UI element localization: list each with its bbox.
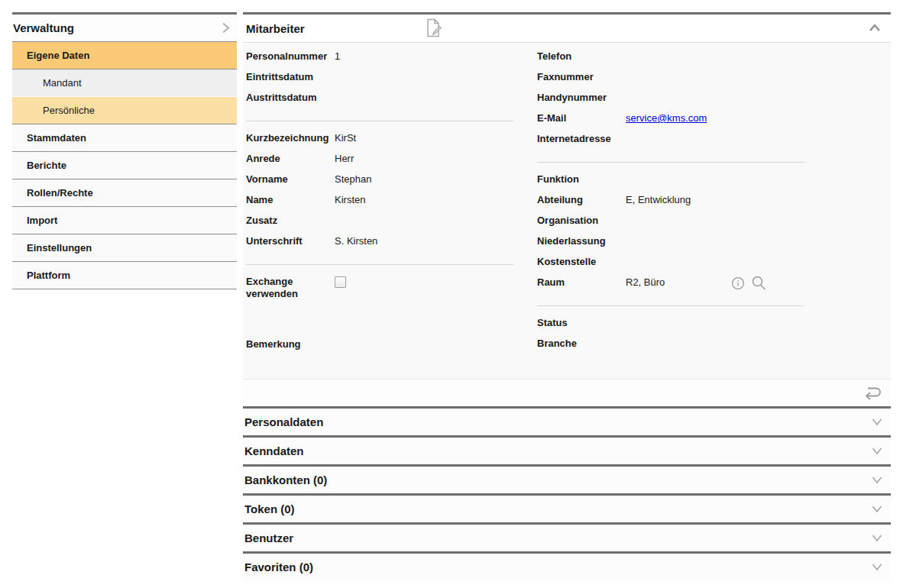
chevron-down-icon[interactable] — [871, 446, 883, 456]
field-label: Name — [246, 192, 335, 206]
form-row-abteilung: AbteilungE, Entwicklung — [537, 192, 804, 213]
field-value-faxnummer — [626, 69, 804, 71]
form-row-personalnummer: Personalnummer1 — [246, 49, 513, 69]
sidebar-item-rollen-rechte[interactable]: Rollen/Rechte — [12, 179, 237, 207]
field-label: Handynummer — [537, 90, 626, 104]
section-title: Token (0) — [244, 502, 295, 515]
field-value-branche — [626, 336, 804, 338]
field-label: E-Mail — [537, 111, 626, 124]
field-value-raum: R2, Büro — [626, 275, 804, 291]
info-icon[interactable] — [731, 276, 745, 290]
field-label: Exchange verwenden — [246, 274, 335, 300]
divider — [246, 121, 513, 121]
field-value-vorname: Stephan — [335, 172, 513, 186]
form-row-faxnummer: Faxnummer — [537, 69, 804, 90]
chevron-down-icon[interactable] — [871, 417, 883, 427]
form-row-handynummer: Handynummer — [537, 90, 804, 111]
field-value-abteilung: E, Entwicklung — [626, 192, 804, 206]
form-row-exchange-verwenden: Exchange verwenden — [246, 274, 513, 300]
form-row-kostenstelle: Kostenstelle — [537, 254, 804, 275]
sidebar: Verwaltung Eigene DatenMandantPersönlich… — [12, 12, 237, 289]
chevron-down-icon[interactable] — [871, 475, 883, 485]
field-label: Anrede — [246, 151, 335, 165]
field-value-organisation — [626, 213, 804, 215]
field-value-niederlassung — [626, 234, 804, 235]
field-label: Niederlassung — [537, 234, 626, 247]
form-row-branche: Branche — [537, 336, 804, 357]
sidebar-item-mandant[interactable]: Mandant — [12, 69, 237, 97]
form-row-bemerkung: Bemerkung — [246, 337, 513, 357]
search-icon[interactable] — [751, 275, 766, 291]
mitarbeiter-header: Mitarbeiter — [243, 15, 891, 43]
chevron-down-icon[interactable] — [871, 562, 883, 572]
lookup-icons — [731, 275, 766, 291]
form-row-anrede: AnredeHerr — [246, 151, 513, 172]
sidebar-items: Eigene DatenMandantPersönlicheStammdaten… — [12, 42, 237, 289]
field-label: Raum — [537, 275, 626, 289]
section-header-benutzer[interactable]: Benutzer — [243, 522, 891, 551]
form-row-zusatz: Zusatz — [246, 213, 513, 234]
undo-icon[interactable] — [863, 385, 883, 401]
field-label: Personalnummer — [246, 49, 335, 63]
section-header-token-0[interactable]: Token (0) — [243, 493, 891, 522]
field-value-name: Kirsten — [335, 192, 513, 206]
sidebar-item-einstellungen[interactable]: Einstellungen — [12, 234, 237, 262]
field-value-personalnummer: 1 — [335, 49, 513, 63]
chevron-down-icon[interactable] — [871, 504, 883, 514]
exchange-verwenden-checkbox[interactable] — [335, 276, 346, 288]
field-label: Eintrittsdatum — [246, 69, 335, 83]
field-value-kurzbezeichnung: KirSt — [335, 131, 513, 144]
form-row-austrittsdatum: Austrittsdatum — [246, 90, 513, 111]
divider — [246, 264, 513, 265]
form-row-niederlassung: Niederlassung — [537, 234, 804, 254]
field-value-e-mail: service@kms.com — [626, 111, 804, 124]
form-row-telefon: Telefon — [537, 49, 804, 69]
form-column-right: TelefonFaxnummerHandynummerE-Mailservice… — [537, 49, 804, 379]
form-row-organisation: Organisation — [537, 213, 804, 234]
form-row-e-mail: E-Mailservice@kms.com — [537, 111, 804, 131]
collapsed-sections: PersonaldatenKenndatenBankkonten (0)Toke… — [243, 406, 891, 580]
field-label: Vorname — [246, 172, 335, 186]
form-row-funktion: Funktion — [537, 172, 804, 192]
field-value-text: R2, Büro — [626, 276, 731, 289]
field-value-telefon — [626, 49, 804, 50]
field-value-kostenstelle — [626, 254, 804, 256]
form-row-internetadresse: Internetadresse — [537, 131, 804, 152]
sidebar-item-berichte[interactable]: Berichte — [12, 152, 237, 179]
form-row-eintrittsdatum: Eintrittsdatum — [246, 69, 513, 90]
field-label: Faxnummer — [537, 69, 626, 83]
section-title: Bankkonten (0) — [244, 473, 327, 486]
section-header-kenndaten[interactable]: Kenndaten — [243, 435, 891, 464]
section-title: Benutzer — [244, 531, 293, 544]
section-title: Favoriten (0) — [244, 561, 313, 573]
section-header-bankkonten-0[interactable]: Bankkonten (0) — [243, 464, 891, 493]
field-label: Zusatz — [246, 213, 335, 227]
sidebar-item-plattform[interactable]: Plattform — [12, 262, 237, 289]
field-label: Kostenstelle — [537, 254, 626, 268]
form-row-kurzbezeichnung: KurzbezeichnungKirSt — [246, 131, 513, 151]
sidebar-item-persönliche[interactable]: Persönliche — [12, 97, 237, 124]
field-label: Austrittsdatum — [246, 90, 335, 104]
field-label: Branche — [537, 336, 626, 350]
field-value-anrede: Herr — [335, 151, 513, 165]
section-header-personaldaten[interactable]: Personaldaten — [243, 406, 891, 435]
email-link[interactable]: service@kms.com — [626, 112, 707, 124]
sidebar-item-import[interactable]: Import — [12, 207, 237, 234]
edit-icon[interactable] — [424, 18, 444, 38]
sidebar-item-stammdaten[interactable]: Stammdaten — [12, 124, 237, 152]
chevron-up-icon[interactable] — [868, 22, 882, 33]
chevron-right-icon[interactable] — [218, 21, 232, 35]
field-value-bemerkung — [335, 337, 513, 338]
sidebar-header[interactable]: Verwaltung — [12, 15, 237, 42]
section-title: Kenndaten — [244, 444, 304, 457]
field-label: Status — [537, 315, 626, 329]
chevron-down-icon[interactable] — [871, 533, 883, 543]
divider — [537, 162, 804, 163]
sidebar-item-eigene-daten[interactable]: Eigene Daten — [12, 42, 237, 69]
field-label: Internetadresse — [537, 131, 626, 145]
field-value-internetadresse — [626, 131, 804, 133]
section-header-favoriten-0[interactable]: Favoriten (0) — [243, 551, 891, 580]
field-label: Bemerkung — [246, 337, 335, 351]
employee-form: Personalnummer1EintrittsdatumAustrittsda… — [243, 43, 891, 379]
field-label: Telefon — [537, 49, 626, 63]
